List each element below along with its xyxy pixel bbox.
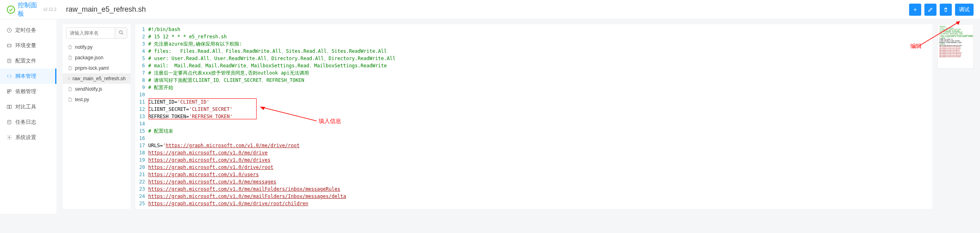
line-number: 10: [135, 91, 148, 98]
line-content: # 先注册azure应用,确保应用有以下权限:: [148, 40, 932, 48]
code-line: 2# 15 12 * * * e5_refresh.sh: [135, 33, 932, 40]
file-icon: [68, 55, 73, 60]
file-item[interactable]: notify.py: [63, 42, 131, 52]
code-line: 9# 配置开始: [135, 84, 932, 91]
line-content: [148, 135, 932, 142]
line-number: 9: [135, 84, 148, 91]
line-content: https://graph.microsoft.com/v1.0/me/driv…: [148, 156, 932, 164]
line-content: https://graph.microsoft.com/v1.0/me/mail…: [148, 193, 932, 200]
line-number: 21: [135, 171, 148, 178]
deps-icon: [6, 89, 12, 94]
nav-item-env[interactable]: 环境变量: [0, 38, 56, 53]
line-number: 11: [135, 98, 148, 106]
nav-item-diff[interactable]: 对比工具: [0, 99, 56, 114]
file-name: pnpm-lock.yaml: [75, 65, 109, 71]
nav-item-log[interactable]: 任务日志: [0, 114, 56, 130]
line-content: # files: Files.Read.All、Files.ReadWrite.…: [148, 48, 932, 55]
file-item[interactable]: sendNotify.js: [63, 84, 131, 94]
line-number: 6: [135, 62, 148, 69]
line-content: #!/bin/bash: [148, 26, 932, 33]
file-item[interactable]: test.py: [63, 94, 131, 105]
file-item[interactable]: pnpm-lock.yaml: [63, 63, 131, 73]
nav-item-settings[interactable]: 系统设置: [0, 130, 56, 145]
file-item[interactable]: package.json: [63, 52, 131, 63]
line-content: # 配置结束: [148, 127, 932, 135]
line-content: https://graph.microsoft.com/v1.0/me/mail…: [148, 185, 932, 193]
code-line: 16: [135, 135, 932, 142]
add-button[interactable]: [909, 4, 921, 16]
code-editor[interactable]: 填入信息 1#!/bin/bash2# 15 12 * * * e5_refre…: [135, 24, 932, 209]
code-line: 23https://graph.microsoft.com/v1.0/me/ma…: [135, 185, 932, 193]
minimap[interactable]: #!/bin/bash# 15 12 * * * e5_refresh.sh# …: [937, 24, 974, 69]
line-content: REFRESH_TOKEN='REFRESH_TOKEN': [148, 113, 932, 120]
logo-icon: [6, 5, 15, 15]
code-line: 25https://graph.microsoft.com/v1.0/me/dr…: [135, 200, 932, 207]
file-name: notify.py: [75, 44, 93, 50]
line-number: 15: [135, 127, 148, 135]
page-title: raw_main_e5_refresh.sh: [66, 5, 146, 14]
header: 控制面板 v2.12.2 raw_main_e5_refresh.sh 调试: [0, 0, 980, 19]
annotation-edit: 编辑: [910, 43, 922, 50]
code-line: 21https://graph.microsoft.com/v1.0/users: [135, 171, 932, 178]
delete-button[interactable]: [940, 4, 952, 16]
svg-point-11: [119, 31, 122, 33]
file-icon: [68, 87, 73, 92]
code-line: 5# user: User.Read.All、User.ReadWrite.Al…: [135, 55, 932, 62]
version-label: v2.12.2: [43, 7, 56, 12]
nav-label: 配置文件: [15, 57, 36, 64]
sidebar: 定时任务环境变量配置文件脚本管理依赖管理对比工具任务日志系统设置: [0, 19, 56, 214]
code-line: 18https://graph.microsoft.com/v1.0/me/dr…: [135, 149, 932, 156]
line-content: CLIENT_SECRET='CLIENT_SECRET': [148, 106, 932, 113]
nav-label: 系统设置: [15, 134, 36, 141]
config-icon: [6, 58, 12, 64]
code-line: 3# 先注册azure应用,确保应用有以下权限:: [135, 40, 932, 48]
debug-button[interactable]: 调试: [955, 4, 974, 16]
nav-label: 脚本管理: [15, 73, 36, 80]
line-number: 1: [135, 26, 148, 33]
code-line: 4# files: Files.Read.All、Files.ReadWrite…: [135, 48, 932, 55]
nav-item-script[interactable]: 脚本管理: [0, 69, 56, 84]
line-number: 16: [135, 135, 148, 142]
line-number: 8: [135, 77, 148, 84]
nav-item-config[interactable]: 配置文件: [0, 53, 56, 69]
code-line: 22https://graph.microsoft.com/v1.0/me/me…: [135, 178, 932, 185]
code-line: 10: [135, 91, 932, 98]
line-number: 18: [135, 149, 148, 156]
main-content: notify.pypackage.jsonpnpm-lock.yamlraw_m…: [56, 19, 980, 214]
line-number: 4: [135, 48, 148, 55]
code-line: 1#!/bin/bash: [135, 26, 932, 33]
annotation-fill-info: 填入信息: [319, 118, 341, 125]
svg-point-10: [8, 137, 10, 138]
edit-button[interactable]: [924, 4, 936, 16]
code-line: 15# 配置结束: [135, 127, 932, 135]
search-input[interactable]: [66, 28, 115, 38]
line-number: 23: [135, 185, 148, 193]
file-item[interactable]: raw_main_e5_refresh.sh: [63, 73, 131, 84]
line-content: URLS='https://graph.microsoft.com/v1.0/m…: [148, 142, 932, 149]
annotation-box: [149, 98, 257, 119]
svg-rect-3: [8, 59, 11, 62]
file-icon: [68, 76, 70, 81]
line-content: https://graph.microsoft.com/v1.0/me/driv…: [148, 200, 932, 207]
file-name: package.json: [75, 55, 104, 60]
logo-area[interactable]: 控制面板 v2.12.2: [6, 1, 56, 18]
script-icon: [6, 73, 12, 79]
nav-label: 依赖管理: [15, 88, 36, 95]
line-number: 13: [135, 113, 148, 120]
line-content: [148, 91, 932, 98]
nav-label: 对比工具: [15, 103, 36, 110]
search-button[interactable]: [115, 28, 127, 38]
nav-label: 环境变量: [15, 42, 36, 49]
line-number: 12: [135, 106, 148, 113]
file-name: raw_main_e5_refresh.sh: [73, 76, 126, 81]
file-icon: [68, 45, 73, 50]
nav-item-clock[interactable]: 定时任务: [0, 23, 56, 38]
line-number: 5: [135, 55, 148, 62]
svg-rect-8: [10, 105, 12, 108]
line-content: CLIENT_ID='CLIENT_ID': [148, 98, 932, 106]
file-icon: [68, 97, 73, 102]
line-content: [148, 120, 932, 127]
nav-item-deps[interactable]: 依赖管理: [0, 84, 56, 99]
header-actions: 调试: [909, 4, 974, 16]
code-line: 6# mail: Mail.Read、Mail.ReadWrite、Mailbo…: [135, 62, 932, 69]
